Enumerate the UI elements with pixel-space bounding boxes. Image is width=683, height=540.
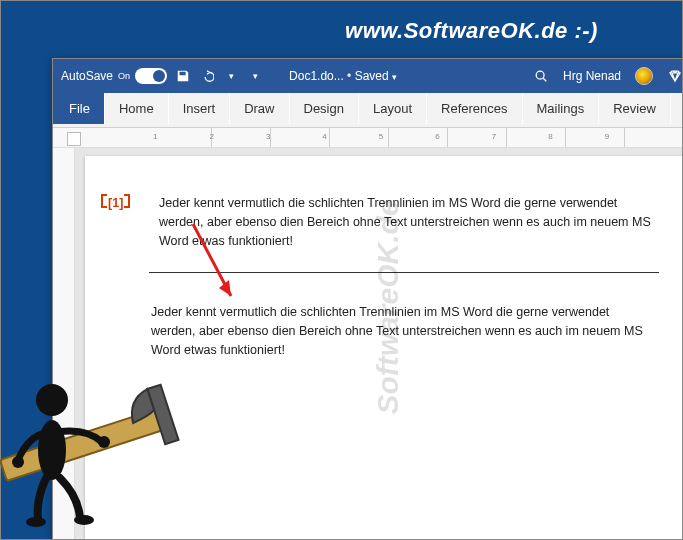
- autosave-toggle[interactable]: AutoSave On: [61, 68, 167, 84]
- paragraph-1[interactable]: Jeder kennt vermutlich die schlichten Tr…: [159, 194, 659, 250]
- tab-insert[interactable]: Insert: [169, 93, 231, 124]
- svg-line-1: [543, 78, 546, 81]
- doc-name: Doc1.do...: [289, 69, 344, 83]
- dropdown-icon[interactable]: ▾: [223, 68, 239, 84]
- user-name[interactable]: Hrg Nenad: [563, 69, 621, 83]
- word-window: AutoSave On ▾ ▾ Doc1.do... • Saved ▾ Hrg…: [52, 58, 683, 540]
- ruler-horizontal[interactable]: 1 2 3 4 5 6 7 8 9: [53, 128, 683, 148]
- tab-draw[interactable]: Draw: [230, 93, 289, 124]
- ruler-label: 9: [605, 132, 609, 141]
- ruler-label: 2: [209, 132, 213, 141]
- search-icon[interactable]: [533, 68, 549, 84]
- ruler-label: 1: [153, 132, 157, 141]
- svg-marker-3: [219, 280, 231, 296]
- titlebar: AutoSave On ▾ ▾ Doc1.do... • Saved ▾ Hrg…: [53, 59, 683, 93]
- diamond-icon[interactable]: [667, 68, 683, 84]
- undo-icon[interactable]: [199, 68, 215, 84]
- tab-design[interactable]: Design: [290, 93, 359, 124]
- page[interactable]: [1] Jeder kennt vermutlich die schlichte…: [85, 156, 683, 540]
- autosave-label: AutoSave: [61, 69, 113, 83]
- tab-file[interactable]: File: [55, 93, 105, 124]
- tab-mailings[interactable]: Mailings: [523, 93, 600, 124]
- ruler-label: 7: [492, 132, 496, 141]
- tab-references[interactable]: References: [427, 93, 522, 124]
- site-header: www.SoftwareOK.de :-): [0, 0, 683, 52]
- ribbon-tabs: File Home Insert Draw Design Layout Refe…: [53, 93, 683, 124]
- autosave-state: On: [118, 71, 130, 81]
- avatar[interactable]: [635, 67, 653, 85]
- svg-point-0: [536, 71, 544, 79]
- ruler-label: 4: [322, 132, 326, 141]
- annotation-marker: [1]: [93, 194, 159, 250]
- separator-line: [149, 272, 659, 273]
- paragraph-2[interactable]: Jeder kennt vermutlich die schlichten Tr…: [151, 303, 651, 359]
- autosave-switch[interactable]: [135, 68, 167, 84]
- save-state: Saved: [355, 69, 389, 83]
- tab-layout[interactable]: Layout: [359, 93, 427, 124]
- tab-home[interactable]: Home: [105, 93, 169, 124]
- ruler-label: 8: [548, 132, 552, 141]
- save-icon[interactable]: [175, 68, 191, 84]
- document-title[interactable]: Doc1.do... • Saved ▾: [289, 69, 397, 83]
- document-area: [1] Jeder kennt vermutlich die schlichte…: [53, 148, 683, 540]
- svg-point-8: [12, 456, 24, 468]
- ruler-label: 6: [435, 132, 439, 141]
- ruler-label: 5: [379, 132, 383, 141]
- ruler-label: 3: [266, 132, 270, 141]
- tab-review[interactable]: Review: [599, 93, 671, 124]
- tab-view[interactable]: Vi: [671, 93, 683, 124]
- qat-more-icon[interactable]: ▾: [247, 68, 263, 84]
- ruler-vertical[interactable]: [53, 148, 75, 540]
- svg-point-10: [26, 517, 46, 527]
